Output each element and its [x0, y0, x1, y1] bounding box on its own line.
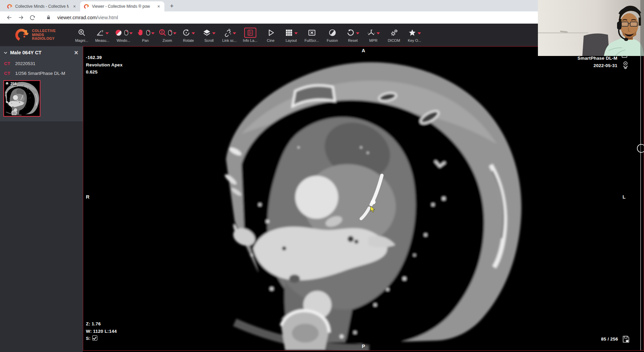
slice-counter: 85 / 256: [601, 335, 618, 343]
tool-key-object[interactable]: Key O...: [406, 28, 423, 42]
tool-label: Windo...: [117, 38, 130, 42]
tool-label: Measu...: [95, 38, 109, 42]
zoom-icon: [158, 28, 167, 37]
tab-close-icon[interactable]: ×: [71, 3, 77, 9]
svg-text:x: x: [374, 32, 375, 34]
key-object-star-icon: [408, 28, 417, 37]
zoom-factor: Z: 1.76: [86, 320, 117, 328]
link-scroll-icon: [223, 28, 232, 37]
tool-info-labels[interactable]: Info La...: [242, 28, 259, 42]
thumbnail-tag: 256: [5, 82, 17, 86]
brand-text: COLLECTIVE MINDS RADIOLOGY: [32, 29, 56, 41]
tool-rotate[interactable]: Rotate: [180, 28, 197, 42]
tool-dicom[interactable]: DICOM: [386, 28, 402, 42]
tool-window-level[interactable]: Windo...: [115, 28, 133, 42]
fullscreen-icon: [308, 28, 316, 37]
reset-dropdown-caret[interactable]: [356, 32, 359, 36]
layout-grid-icon: [285, 28, 293, 37]
chevron-down-icon: [3, 51, 8, 55]
tab-title: Collective Minds - Collective Min: [15, 4, 69, 9]
url-text[interactable]: viewer.cmrad.com/view.html: [57, 15, 118, 20]
close-study-icon[interactable]: ×: [73, 49, 79, 56]
measure-angle-icon: ?: [96, 28, 104, 37]
stack-layers-icon: [5, 82, 9, 86]
study-panel: Male 064Y CT × CT 20220531 CT 1/256 Smar…: [0, 46, 83, 121]
series-label: 20220531: [15, 61, 35, 66]
orientation-left: L: [622, 194, 625, 200]
smoothing-row: S:: [86, 335, 117, 342]
scroll-layers-icon: [202, 28, 211, 37]
back-button[interactable]: [5, 13, 14, 22]
tool-measure[interactable]: ? Measu...: [94, 28, 111, 42]
series-label: 1/256 SmartPhase DL-M: [15, 71, 65, 76]
tool-zoom[interactable]: Zoom: [158, 28, 176, 42]
brand-logo: COLLECTIVE MINDS RADIOLOGY: [0, 28, 64, 42]
reset-icon: [346, 28, 355, 37]
tool-cine[interactable]: Cine: [262, 28, 279, 42]
tool-label: Fusion: [327, 38, 338, 42]
slice-thickness: 0.625: [86, 68, 123, 76]
tool-label: Cine: [267, 38, 275, 42]
window-dropdown-caret[interactable]: [129, 32, 133, 36]
tool-reset[interactable]: Reset: [345, 28, 361, 42]
mpr-dropdown-caret[interactable]: [377, 32, 380, 36]
back-arrow-icon: [6, 14, 13, 21]
collective-minds-logo-icon: [14, 28, 29, 42]
orientation-anterior: A: [362, 48, 365, 53]
series-item-smartphase[interactable]: CT 1/256 SmartPhase DL-M: [0, 68, 83, 78]
smoothing-checkbox[interactable]: [92, 335, 97, 341]
slice-count: 256: [10, 82, 17, 86]
tool-link-scroll[interactable]: Link sc...: [221, 28, 238, 42]
tool-mpr[interactable]: yzx MPR: [365, 28, 382, 42]
tool-label: Info La...: [243, 38, 257, 42]
zoom-dropdown-caret[interactable]: [173, 32, 176, 36]
ct-viewport-canvas[interactable]: [83, 47, 644, 350]
link-dropdown-caret[interactable]: [233, 32, 236, 36]
tab-viewer[interactable]: Viewer - Collective Minds ® pow ×: [80, 1, 164, 11]
modality-badge: CT: [4, 71, 10, 76]
mouse-binding-icon: [146, 30, 150, 36]
study-date: 2022-05-31: [577, 62, 617, 69]
tab-title: Viewer - Collective Minds ® pow: [92, 4, 153, 9]
tool-label: Scroll: [204, 38, 214, 42]
tab-collective-minds[interactable]: Collective Minds - Collective Min ×: [3, 1, 80, 11]
tool-magnify[interactable]: Magni...: [73, 28, 90, 42]
reload-button[interactable]: [28, 13, 37, 22]
smoothing-label: S:: [86, 336, 91, 341]
mpr-axes-icon: yzx: [367, 28, 376, 37]
series-item-date[interactable]: CT 20220531: [0, 59, 83, 68]
slice-scrollbar-track[interactable]: [640, 47, 641, 350]
svg-text:?: ?: [101, 29, 103, 33]
study-header[interactable]: Male 064Y CT ×: [0, 46, 83, 59]
tool-label: MPR: [369, 38, 377, 42]
window-level-icon: [115, 28, 123, 37]
series-thumbnail[interactable]: 256: [3, 80, 40, 117]
tool-label: Link sc...: [222, 38, 237, 42]
series-stack-icon[interactable]: [621, 61, 630, 69]
tab-favicon-icon: [7, 4, 12, 9]
tool-fullscreen[interactable]: FullScr...: [303, 28, 320, 42]
tool-label: Reset: [348, 38, 358, 42]
tool-fusion[interactable]: Fusion: [324, 28, 341, 42]
tool-layout[interactable]: Layout: [283, 28, 300, 42]
dicom-gears-icon: [390, 28, 398, 37]
key-object-dropdown-caret[interactable]: [418, 32, 421, 36]
pan-dropdown-caret[interactable]: [151, 32, 155, 36]
key-image-save-icon[interactable]: [621, 335, 630, 344]
thumbnail-image: [4, 81, 40, 116]
tool-pan[interactable]: Pan: [136, 28, 155, 42]
new-tab-button[interactable]: +: [167, 1, 176, 11]
brand-line3: RADIOLOGY: [32, 37, 56, 41]
tool-scroll[interactable]: Scroll: [201, 28, 218, 42]
tab-close-icon[interactable]: ×: [156, 3, 162, 9]
layout-dropdown-caret[interactable]: [294, 32, 298, 36]
slice-scrollbar-handle[interactable]: [637, 144, 644, 153]
rotate-dropdown-caret[interactable]: [192, 32, 195, 36]
forward-button[interactable]: [16, 13, 26, 22]
measure-dropdown-caret[interactable]: [105, 32, 109, 36]
fusion-icon: [328, 28, 337, 37]
scroll-dropdown-caret[interactable]: [212, 32, 216, 36]
site-lock-button[interactable]: [44, 13, 53, 22]
url-path: /view.html: [97, 15, 118, 20]
modality-badge: CT: [4, 61, 10, 66]
